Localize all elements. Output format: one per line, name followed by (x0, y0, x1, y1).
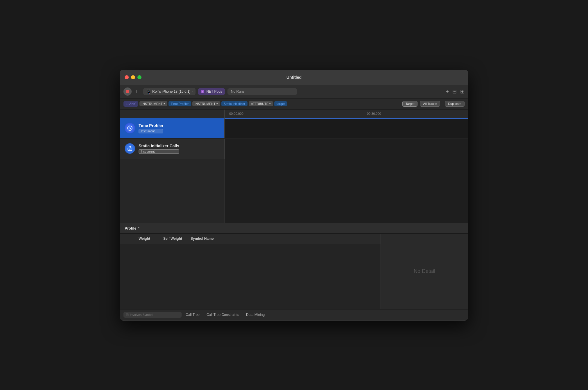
attribute-chevron-icon: ▾ (269, 102, 271, 105)
track-row-static-initializer[interactable]: Static Initializer Calls Instrument (120, 139, 468, 159)
main-toolbar: ⏸ 📱 Rolf's iPhone 13 (15.6.1) › S .NET P… (120, 85, 468, 99)
bottom-left-panel: Weight Self Weight Symbol Name (120, 234, 381, 309)
track-content-time-profiler (225, 118, 468, 138)
track-name-time-profiler: Time Profiler (139, 123, 163, 128)
static-initializer-filter[interactable]: Static Initializer (221, 101, 248, 106)
th-divider (188, 236, 188, 241)
involves-symbol-input[interactable] (130, 313, 173, 316)
search-icon: ⊟ (126, 313, 129, 317)
bottom-split: Weight Self Weight Symbol Name No Detail (120, 234, 468, 309)
profile-text: Profile (125, 226, 136, 230)
track-name-static-initializer: Static Initializer Calls (139, 144, 179, 148)
stop-icon (126, 90, 129, 93)
close-button[interactable] (125, 75, 129, 79)
any-filter-tag[interactable]: ⊟ ANY (123, 101, 138, 107)
profile-chevron-icon: ⌃ (137, 227, 140, 230)
app-name: .NET Pods (205, 90, 222, 94)
track-label-spacer (120, 110, 225, 118)
filter-icon: ⊟ (126, 102, 128, 106)
attribute-label: ATTRIBUTE (251, 102, 268, 105)
timeline-header: 00:00.000 00:30.000 (120, 110, 468, 118)
app-selector[interactable]: S .NET Pods (198, 88, 225, 95)
device-icon: 📱 (146, 89, 151, 94)
static-initializer-label: Static Initializer (224, 102, 245, 105)
search-input-wrap[interactable]: ⊟ (123, 312, 182, 318)
any-label: ANY (129, 102, 136, 105)
device-chevron-icon: › (192, 90, 193, 93)
app-icon: S (201, 90, 204, 93)
instrument2-chevron-icon: ▾ (216, 102, 218, 105)
ruler-mark-0: 00:00.000 (229, 112, 243, 115)
bottom-panel: Profile ⌃ Weight Self Weight Symbol Name (120, 223, 468, 320)
instrument-label1: INSTRUMENT (142, 102, 163, 105)
empty-tracks-label (120, 159, 225, 223)
toolbar-left: ⏸ 📱 Rolf's iPhone 13 (15.6.1) › S .NET P… (123, 87, 297, 96)
profile-label[interactable]: Profile ⌃ (125, 226, 140, 230)
pause-button[interactable]: ⏸ (134, 88, 141, 95)
svg-point-4 (130, 149, 130, 150)
stop-button[interactable] (123, 87, 132, 96)
empty-tracks-area (120, 159, 468, 223)
tracks-area: Time Profiler Instrument (120, 118, 468, 223)
window-title: Untitled (286, 75, 302, 80)
track-info-time-profiler: Time Profiler Instrument (139, 123, 163, 133)
target-filter[interactable]: target (274, 101, 287, 106)
bottom-toolbar: ⊟ Call Tree Call Tree Constraints Data M… (120, 309, 468, 320)
target-button[interactable]: Target (402, 101, 418, 107)
runs-label: No Runs (231, 90, 245, 94)
static-initializer-icon (125, 143, 135, 154)
add-button[interactable]: + (446, 89, 449, 95)
track-content-static-initializer (225, 139, 468, 159)
th-symbol-name: Symbol Name (191, 237, 376, 241)
time-profiler-label: Time Profiler (171, 102, 189, 105)
target-label: target (277, 102, 285, 105)
device-selector[interactable]: 📱 Rolf's iPhone 13 (15.6.1) › (143, 88, 196, 95)
data-mining-tab[interactable]: Data Mining (243, 312, 268, 318)
track-row-time-profiler[interactable]: Time Profiler Instrument (120, 118, 468, 139)
svg-line-2 (130, 128, 131, 129)
title-bar: Untitled (120, 70, 468, 85)
fullscreen-button[interactable] (137, 75, 141, 79)
track-badge-time-profiler[interactable]: Instrument (139, 129, 163, 133)
duplicate-button[interactable]: Duplicate (445, 101, 465, 107)
track-info-static-initializer: Static Initializer Calls Instrument (139, 144, 179, 154)
timeline-ruler: 00:00.000 00:30.000 (225, 110, 468, 118)
table-body (120, 244, 381, 309)
instrument-label2: INSTRUMENT (195, 102, 216, 105)
instrument-chevron-icon: ▾ (164, 102, 165, 105)
window-body: 00:00.000 00:30.000 Time Profi (120, 110, 468, 320)
device-name: Rolf's iPhone 13 (15.6.1) (152, 90, 191, 94)
runs-selector[interactable]: No Runs (227, 88, 297, 95)
ruler-mark-30: 00:30.000 (367, 112, 381, 115)
empty-tracks-content (225, 159, 468, 223)
traffic-lights (125, 75, 141, 79)
layout1-button[interactable]: ⊟ (452, 88, 457, 95)
layout2-button[interactable]: ⊞ (460, 88, 465, 95)
main-window: Untitled ⏸ 📱 Rolf's iPhone 13 (15.6.1) ›… (120, 70, 468, 321)
all-tracks-button[interactable]: All Tracks (420, 101, 440, 107)
th-weight: Weight (125, 237, 154, 241)
call-tree-tab[interactable]: Call Tree (183, 312, 202, 318)
toolbar-right: + ⊟ ⊞ (446, 88, 465, 95)
filter-bar: ⊟ ANY INSTRUMENT ▾ Time Profiler INSTRUM… (120, 99, 468, 110)
bottom-right-panel: No Detail (381, 234, 468, 309)
attribute-filter[interactable]: ATTRIBUTE ▾ (249, 101, 273, 106)
track-label-static-initializer[interactable]: Static Initializer Calls Instrument (120, 139, 225, 159)
no-detail-label: No Detail (414, 268, 435, 274)
profile-header: Profile ⌃ (120, 223, 468, 234)
instrument-filter2[interactable]: INSTRUMENT ▾ (192, 101, 220, 106)
track-badge-static-initializer[interactable]: Instrument (139, 149, 179, 154)
time-profiler-icon (125, 123, 135, 133)
table-header: Weight Self Weight Symbol Name (120, 234, 381, 244)
time-profiler-filter[interactable]: Time Profiler (168, 101, 191, 106)
instrument-filter1[interactable]: INSTRUMENT ▾ (139, 101, 167, 106)
minimize-button[interactable] (131, 75, 135, 79)
track-label-time-profiler[interactable]: Time Profiler Instrument (120, 118, 225, 138)
filter-bar-right: Target All Tracks Duplicate (402, 101, 465, 107)
th-self-weight: Self Weight (154, 237, 186, 241)
call-tree-constraints-tab[interactable]: Call Tree Constraints (204, 312, 242, 318)
